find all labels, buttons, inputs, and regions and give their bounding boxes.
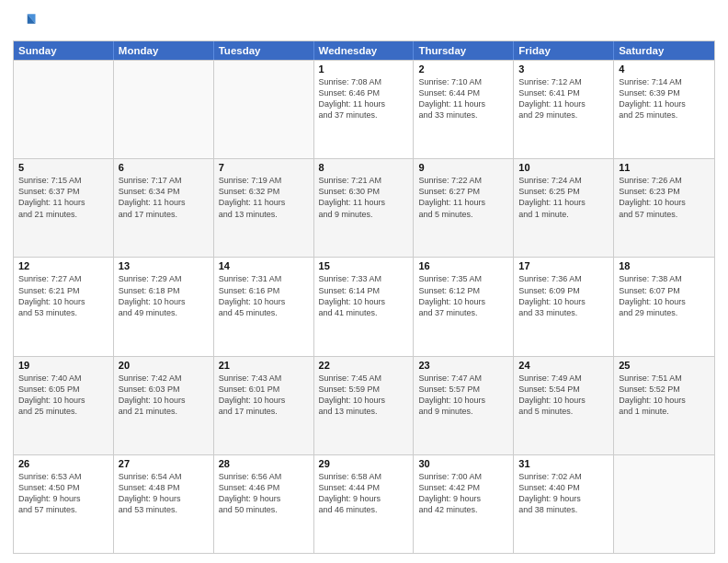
day-info: Sunrise: 7:14 AM Sunset: 6:39 PM Dayligh… bbox=[619, 76, 710, 121]
calendar-day-cell: 13Sunrise: 7:29 AM Sunset: 6:18 PM Dayli… bbox=[114, 258, 214, 355]
calendar-day-cell: 11Sunrise: 7:26 AM Sunset: 6:23 PM Dayli… bbox=[614, 159, 714, 257]
day-number: 6 bbox=[119, 162, 209, 173]
day-info: Sunrise: 7:08 AM Sunset: 6:46 PM Dayligh… bbox=[319, 76, 409, 121]
day-number: 18 bbox=[619, 260, 710, 271]
calendar-day-cell: 31Sunrise: 7:02 AM Sunset: 4:40 PM Dayli… bbox=[514, 455, 614, 553]
calendar-day-cell: 22Sunrise: 7:45 AM Sunset: 5:59 PM Dayli… bbox=[314, 357, 415, 454]
calendar-day-cell: 18Sunrise: 7:38 AM Sunset: 6:07 PM Dayli… bbox=[614, 258, 714, 355]
weekday-header: Friday bbox=[514, 41, 614, 60]
day-info: Sunrise: 6:58 AM Sunset: 4:44 PM Dayligh… bbox=[319, 471, 409, 516]
day-info: Sunrise: 7:35 AM Sunset: 6:12 PM Dayligh… bbox=[418, 273, 508, 318]
calendar-day-cell: 2Sunrise: 7:10 AM Sunset: 6:44 PM Daylig… bbox=[414, 61, 514, 158]
day-info: Sunrise: 7:42 AM Sunset: 6:03 PM Dayligh… bbox=[119, 373, 209, 418]
day-info: Sunrise: 7:12 AM Sunset: 6:41 PM Dayligh… bbox=[518, 76, 609, 121]
calendar-day-cell: 17Sunrise: 7:36 AM Sunset: 6:09 PM Dayli… bbox=[514, 258, 614, 355]
day-info: Sunrise: 7:21 AM Sunset: 6:30 PM Dayligh… bbox=[319, 175, 409, 220]
day-number: 2 bbox=[418, 63, 508, 75]
weekday-header: Thursday bbox=[414, 41, 514, 60]
day-number: 19 bbox=[18, 360, 108, 371]
day-info: Sunrise: 7:38 AM Sunset: 6:07 PM Dayligh… bbox=[619, 273, 710, 318]
day-number: 29 bbox=[319, 458, 409, 469]
day-number: 21 bbox=[219, 360, 309, 371]
day-info: Sunrise: 7:40 AM Sunset: 6:05 PM Dayligh… bbox=[18, 373, 108, 418]
calendar-row: 5Sunrise: 7:15 AM Sunset: 6:37 PM Daylig… bbox=[14, 158, 714, 257]
calendar-day-cell: 3Sunrise: 7:12 AM Sunset: 6:41 PM Daylig… bbox=[514, 61, 614, 158]
empty-cell bbox=[614, 455, 714, 553]
calendar-day-cell: 24Sunrise: 7:49 AM Sunset: 5:54 PM Dayli… bbox=[514, 357, 614, 454]
day-info: Sunrise: 7:22 AM Sunset: 6:27 PM Dayligh… bbox=[418, 175, 508, 220]
day-number: 23 bbox=[418, 360, 508, 371]
day-info: Sunrise: 7:27 AM Sunset: 6:21 PM Dayligh… bbox=[18, 273, 108, 318]
calendar-row: 19Sunrise: 7:40 AM Sunset: 6:05 PM Dayli… bbox=[14, 356, 714, 454]
day-info: Sunrise: 7:33 AM Sunset: 6:14 PM Dayligh… bbox=[319, 273, 409, 318]
empty-cell bbox=[114, 61, 214, 158]
calendar-day-cell: 26Sunrise: 6:53 AM Sunset: 4:50 PM Dayli… bbox=[14, 455, 114, 553]
day-info: Sunrise: 7:29 AM Sunset: 6:18 PM Dayligh… bbox=[119, 273, 209, 318]
calendar-day-cell: 16Sunrise: 7:35 AM Sunset: 6:12 PM Dayli… bbox=[414, 258, 514, 355]
day-info: Sunrise: 7:47 AM Sunset: 5:57 PM Dayligh… bbox=[418, 373, 508, 418]
day-number: 3 bbox=[518, 63, 609, 75]
calendar-row: 12Sunrise: 7:27 AM Sunset: 6:21 PM Dayli… bbox=[14, 257, 714, 355]
weekday-header: Tuesday bbox=[214, 41, 314, 60]
day-number: 11 bbox=[619, 162, 710, 173]
calendar-day-cell: 7Sunrise: 7:19 AM Sunset: 6:32 PM Daylig… bbox=[214, 159, 314, 257]
day-info: Sunrise: 6:54 AM Sunset: 4:48 PM Dayligh… bbox=[119, 471, 209, 516]
empty-cell bbox=[14, 61, 114, 158]
calendar: SundayMondayTuesdayWednesdayThursdayFrid… bbox=[13, 40, 715, 554]
calendar-day-cell: 28Sunrise: 6:56 AM Sunset: 4:46 PM Dayli… bbox=[214, 455, 314, 553]
day-number: 13 bbox=[119, 260, 209, 271]
calendar-day-cell: 20Sunrise: 7:42 AM Sunset: 6:03 PM Dayli… bbox=[114, 357, 214, 454]
calendar-day-cell: 19Sunrise: 7:40 AM Sunset: 6:05 PM Dayli… bbox=[14, 357, 114, 454]
day-number: 31 bbox=[518, 458, 609, 469]
day-info: Sunrise: 6:53 AM Sunset: 4:50 PM Dayligh… bbox=[18, 471, 108, 516]
calendar-day-cell: 12Sunrise: 7:27 AM Sunset: 6:21 PM Dayli… bbox=[14, 258, 114, 355]
calendar-day-cell: 23Sunrise: 7:47 AM Sunset: 5:57 PM Dayli… bbox=[414, 357, 514, 454]
day-number: 16 bbox=[418, 260, 508, 271]
day-info: Sunrise: 7:31 AM Sunset: 6:16 PM Dayligh… bbox=[219, 273, 309, 318]
weekday-header: Wednesday bbox=[314, 41, 415, 60]
weekday-header: Monday bbox=[114, 41, 214, 60]
logo-icon bbox=[13, 9, 39, 35]
calendar-day-cell: 6Sunrise: 7:17 AM Sunset: 6:34 PM Daylig… bbox=[114, 159, 214, 257]
calendar-day-cell: 5Sunrise: 7:15 AM Sunset: 6:37 PM Daylig… bbox=[14, 159, 114, 257]
weekday-header: Saturday bbox=[614, 41, 714, 60]
day-info: Sunrise: 6:56 AM Sunset: 4:46 PM Dayligh… bbox=[219, 471, 309, 516]
logo bbox=[13, 9, 42, 35]
day-number: 15 bbox=[319, 260, 409, 271]
header bbox=[13, 9, 715, 35]
calendar-body: 1Sunrise: 7:08 AM Sunset: 6:46 PM Daylig… bbox=[14, 60, 714, 553]
day-info: Sunrise: 7:43 AM Sunset: 6:01 PM Dayligh… bbox=[219, 373, 309, 418]
calendar-day-cell: 27Sunrise: 6:54 AM Sunset: 4:48 PM Dayli… bbox=[114, 455, 214, 553]
day-number: 17 bbox=[518, 260, 609, 271]
day-number: 10 bbox=[518, 162, 609, 173]
day-info: Sunrise: 7:49 AM Sunset: 5:54 PM Dayligh… bbox=[518, 373, 609, 418]
day-info: Sunrise: 7:17 AM Sunset: 6:34 PM Dayligh… bbox=[119, 175, 209, 220]
day-info: Sunrise: 7:36 AM Sunset: 6:09 PM Dayligh… bbox=[518, 273, 609, 318]
calendar-day-cell: 30Sunrise: 7:00 AM Sunset: 4:42 PM Dayli… bbox=[414, 455, 514, 553]
calendar-header: SundayMondayTuesdayWednesdayThursdayFrid… bbox=[14, 41, 714, 60]
day-number: 24 bbox=[518, 360, 609, 371]
day-number: 8 bbox=[319, 162, 409, 173]
day-number: 14 bbox=[219, 260, 309, 271]
day-info: Sunrise: 7:19 AM Sunset: 6:32 PM Dayligh… bbox=[219, 175, 309, 220]
day-info: Sunrise: 7:45 AM Sunset: 5:59 PM Dayligh… bbox=[319, 373, 409, 418]
day-info: Sunrise: 7:51 AM Sunset: 5:52 PM Dayligh… bbox=[619, 373, 710, 418]
weekday-header: Sunday bbox=[14, 41, 114, 60]
day-number: 12 bbox=[18, 260, 108, 271]
calendar-day-cell: 10Sunrise: 7:24 AM Sunset: 6:25 PM Dayli… bbox=[514, 159, 614, 257]
day-info: Sunrise: 7:26 AM Sunset: 6:23 PM Dayligh… bbox=[619, 175, 710, 220]
day-number: 22 bbox=[319, 360, 409, 371]
calendar-day-cell: 21Sunrise: 7:43 AM Sunset: 6:01 PM Dayli… bbox=[214, 357, 314, 454]
day-number: 5 bbox=[18, 162, 108, 173]
day-number: 27 bbox=[119, 458, 209, 469]
day-number: 1 bbox=[319, 63, 409, 75]
day-number: 26 bbox=[18, 458, 108, 469]
day-number: 30 bbox=[418, 458, 508, 469]
day-number: 9 bbox=[418, 162, 508, 173]
day-info: Sunrise: 7:00 AM Sunset: 4:42 PM Dayligh… bbox=[418, 471, 508, 516]
calendar-day-cell: 14Sunrise: 7:31 AM Sunset: 6:16 PM Dayli… bbox=[214, 258, 314, 355]
calendar-day-cell: 25Sunrise: 7:51 AM Sunset: 5:52 PM Dayli… bbox=[614, 357, 714, 454]
calendar-day-cell: 4Sunrise: 7:14 AM Sunset: 6:39 PM Daylig… bbox=[614, 61, 714, 158]
calendar-day-cell: 9Sunrise: 7:22 AM Sunset: 6:27 PM Daylig… bbox=[414, 159, 514, 257]
calendar-day-cell: 8Sunrise: 7:21 AM Sunset: 6:30 PM Daylig… bbox=[314, 159, 415, 257]
